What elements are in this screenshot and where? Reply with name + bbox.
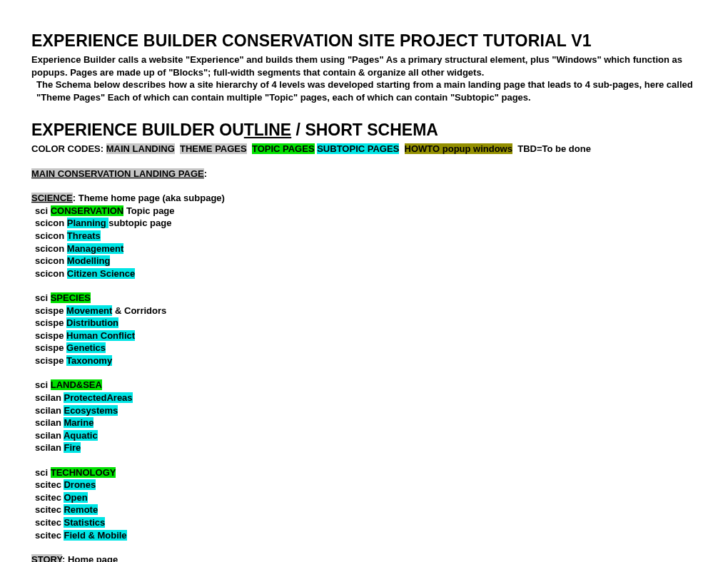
subtopic-row: scitec Remote	[31, 504, 697, 516]
subtopic-label: Fire	[64, 442, 81, 453]
subtopic-prefix: scilan	[35, 392, 64, 403]
legend-howto: HOWTO popup windows	[405, 143, 512, 154]
topic-label: SPECIES	[51, 292, 91, 303]
subtopic-label: Statistics	[64, 517, 105, 528]
subtopic-row: scilan Aquatic	[31, 429, 697, 442]
subtopic-suffix: subtopic page	[108, 218, 171, 228]
subtopic-row: scilan Ecosystems	[31, 404, 697, 417]
outline-tree: MAIN CONSERVATION LANDING PAGE: SCIENCE:…	[31, 155, 697, 562]
topic-suffix: Topic page	[123, 205, 174, 216]
doc-title: EXPERIENCE BUILDER CONSERVATION SITE PRO…	[31, 30, 697, 52]
subtopic-row: scicon Planning subtopic page	[31, 217, 697, 230]
subtopic-label: Marine	[64, 417, 93, 428]
science-suffix: : Theme home page (aka subpage)	[73, 193, 225, 203]
story-label: STORY	[31, 554, 62, 562]
intro-line-2: The Schema below describes how a site hi…	[31, 78, 697, 103]
subtopic-label: Citizen Science	[67, 268, 135, 279]
subtopic-row: scitec Field & Mobile	[31, 529, 697, 542]
subtopic-label: Aquatic	[64, 430, 98, 441]
legend-label: COLOR CODES:	[31, 143, 106, 154]
subtopic-prefix: scitec	[35, 504, 64, 515]
subtopic-prefix: scitec	[35, 530, 64, 541]
subtopic-label: Taxonomy	[66, 355, 112, 366]
subtopic-prefix: scispe	[35, 317, 66, 328]
legend-subtopic: SUBTOPIC PAGES	[317, 143, 399, 154]
subtopic-row: scitec Open	[31, 491, 697, 504]
color-legend: COLOR CODES: MAIN LANDING THEME PAGES TO…	[31, 143, 697, 155]
subtopic-label: Movement	[66, 305, 112, 316]
science-heading: SCIENCE: Theme home page (aka subpage)	[31, 192, 697, 205]
subtopic-prefix: scicon	[35, 243, 67, 254]
topic-label: TECHNOLOGY	[51, 467, 116, 478]
subtopic-label: Remote	[64, 504, 98, 515]
subtopic-row: scispe Human Conflict	[31, 329, 697, 342]
subtopic-label: Drones	[64, 479, 96, 490]
legend-main: MAIN LANDING	[106, 143, 175, 154]
science-label: SCIENCE	[31, 193, 73, 203]
subtopic-row: scicon Modelling	[31, 255, 697, 267]
subtopic-label: Open	[64, 492, 87, 503]
topic-row: sci LAND&SEA	[31, 379, 697, 392]
main-landing-label: MAIN CONSERVATION LANDING PAGE	[31, 168, 204, 179]
subtopic-prefix: scilan	[35, 417, 64, 428]
subtopic-prefix: scitec	[35, 492, 64, 503]
legend-tbd: TBD=To be done	[517, 143, 591, 154]
subtopic-row: scilan Marine	[31, 417, 697, 429]
subtopic-row: scicon Citizen Science	[31, 267, 697, 280]
subtopic-row: scitec Statistics	[31, 516, 697, 529]
legend-theme: THEME PAGES	[180, 143, 247, 154]
topic-prefix: sci	[35, 379, 51, 390]
subtopic-prefix: scilan	[35, 442, 64, 453]
subtopic-prefix: scispe	[35, 342, 66, 353]
outline-title: EXPERIENCE BUILDER OUTLINE / SHORT SCHEM…	[31, 119, 697, 141]
subtopic-label: Planning	[67, 218, 109, 228]
subtopic-prefix: scicon	[35, 255, 67, 266]
outline-title-post: / SHORT SCHEMA	[291, 121, 438, 139]
legend-topic: TOPIC PAGES	[252, 143, 315, 154]
subtopic-prefix: scitec	[35, 479, 64, 490]
subtopic-label: Threats	[67, 230, 101, 241]
topic-row: sci TECHNOLOGY	[31, 466, 697, 479]
subtopic-label: Modelling	[67, 255, 111, 266]
subtopic-row: scispe Taxonomy	[31, 354, 697, 367]
subtopic-prefix: scilan	[35, 405, 64, 416]
topic-prefix: sci	[35, 292, 51, 303]
subtopic-prefix: scitec	[35, 517, 64, 528]
outline-title-pre: EXPERIENCE BUILDER OU	[31, 121, 244, 139]
subtopic-prefix: scispe	[35, 355, 66, 366]
main-landing-heading: MAIN CONSERVATION LANDING PAGE:	[31, 168, 697, 180]
subtopic-row: scispe Distribution	[31, 317, 697, 329]
subtopic-prefix: scispe	[35, 330, 66, 341]
subtopic-label: Human Conflict	[66, 330, 135, 341]
topic-prefix: sci	[35, 205, 51, 216]
subtopic-prefix: scicon	[35, 230, 67, 241]
subtopic-label: ProtectedAreas	[64, 392, 132, 403]
subtopic-label: Distribution	[66, 317, 118, 328]
subtopic-row: scispe Genetics	[31, 342, 697, 354]
topic-label: LAND&SEA	[51, 379, 102, 390]
topic-label: CONSERVATION	[51, 205, 124, 216]
subtopic-row: scispe Movement & Corridors	[31, 305, 697, 317]
story-heading: STORY: Home page	[31, 553, 697, 562]
subtopic-prefix: scispe	[35, 305, 66, 316]
outline-title-underline: TLINE	[244, 121, 291, 139]
intro-line-1: Experience Builder calls a website "Expe…	[31, 54, 682, 78]
subtopic-suffix: & Corridors	[112, 305, 166, 316]
subtopic-row: scicon Threats	[31, 230, 697, 242]
subtopic-label: Management	[67, 243, 123, 254]
subtopic-prefix: scicon	[35, 268, 67, 279]
subtopic-row: scicon Management	[31, 242, 697, 255]
topic-prefix: sci	[35, 467, 51, 478]
topic-row: sci CONSERVATION Topic page	[31, 205, 697, 218]
subtopic-prefix: scicon	[35, 218, 67, 228]
subtopic-row: scilan ProtectedAreas	[31, 392, 697, 404]
subtopic-label: Field & Mobile	[64, 530, 126, 541]
subtopic-label: Ecosystems	[64, 405, 118, 416]
subtopic-row: scitec Drones	[31, 479, 697, 491]
subtopic-prefix: scilan	[35, 430, 64, 441]
subtopic-row: scilan Fire	[31, 441, 697, 454]
topic-row: sci SPECIES	[31, 292, 697, 305]
subtopic-label: Genetics	[66, 342, 106, 353]
story-suffix: : Home page	[62, 554, 118, 562]
intro-paragraph: Experience Builder calls a website "Expe…	[31, 53, 697, 103]
